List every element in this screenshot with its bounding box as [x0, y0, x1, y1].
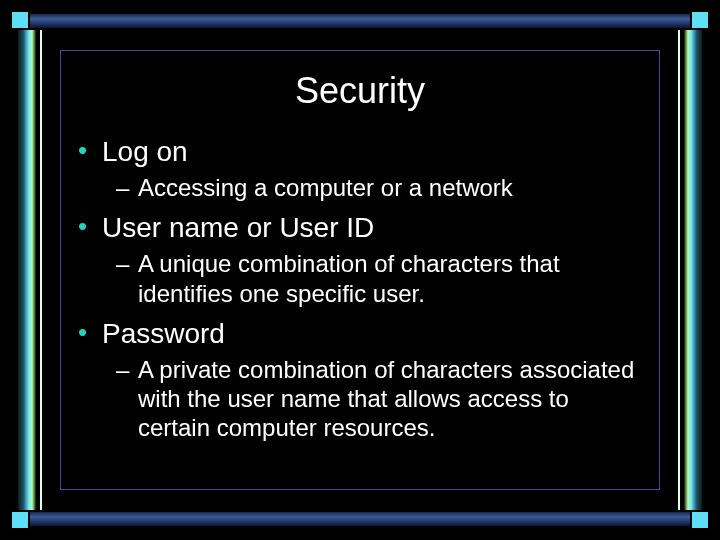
decor-line-left	[40, 30, 42, 510]
bullet-label: User name or User ID	[102, 212, 374, 243]
decor-corner-tr	[692, 12, 708, 28]
sub-list: Accessing a computer or a network	[102, 173, 646, 202]
decor-corner-bl	[12, 512, 28, 528]
sub-list: A private combination of characters asso…	[102, 355, 646, 443]
bullet-item: Password A private combination of charac…	[74, 316, 646, 443]
decor-bar-bottom	[30, 512, 690, 526]
sub-list: A unique combination of characters that …	[102, 249, 646, 308]
decor-bar-right	[684, 30, 702, 510]
bullet-item: Log on Accessing a computer or a network	[74, 134, 646, 202]
decor-bar-top	[30, 14, 690, 28]
decor-bar-left	[18, 30, 36, 510]
bullet-label: Log on	[102, 136, 188, 167]
slide: Security Log on Accessing a computer or …	[0, 0, 720, 540]
sub-item: A unique combination of characters that …	[116, 249, 646, 308]
decor-line-right	[678, 30, 680, 510]
bullet-item: User name or User ID A unique combinatio…	[74, 210, 646, 308]
sub-item: Accessing a computer or a network	[116, 173, 646, 202]
decor-corner-br	[692, 512, 708, 528]
slide-content: Security Log on Accessing a computer or …	[70, 60, 650, 480]
slide-title: Security	[70, 70, 650, 112]
bullet-label: Password	[102, 318, 225, 349]
sub-item: A private combination of characters asso…	[116, 355, 646, 443]
decor-corner-tl	[12, 12, 28, 28]
bullet-list: Log on Accessing a computer or a network…	[70, 134, 650, 443]
